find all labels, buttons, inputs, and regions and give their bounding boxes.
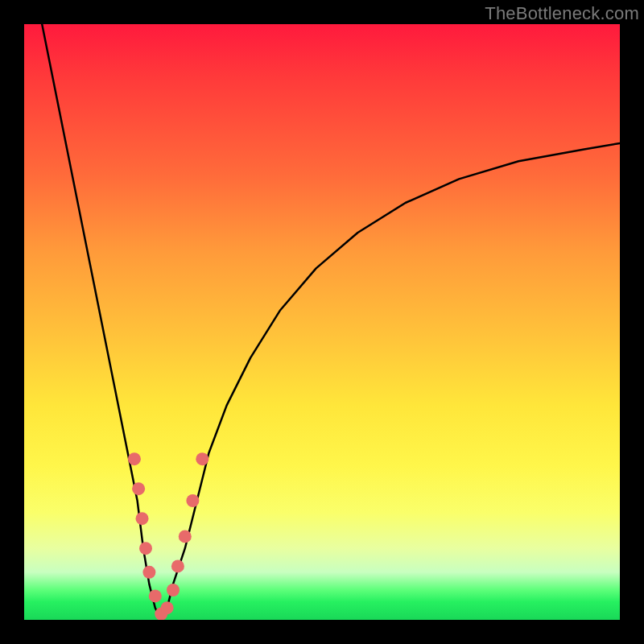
bottleneck-curve — [42, 24, 620, 620]
data-marker — [179, 530, 192, 543]
chart-frame: TheBottleneck.com — [0, 0, 644, 644]
data-marker — [196, 452, 208, 465]
data-marker — [167, 584, 180, 597]
watermark-text: TheBottleneck.com — [485, 3, 639, 24]
data-marker — [161, 601, 174, 614]
data-marker — [139, 542, 152, 555]
data-marker — [186, 494, 199, 507]
curve-layer — [24, 24, 620, 620]
data-marker — [149, 589, 162, 602]
data-marker — [142, 566, 155, 579]
data-marker — [132, 482, 145, 495]
plot-area — [24, 24, 620, 620]
data-marker — [128, 452, 141, 465]
data-marker — [136, 512, 149, 525]
data-marker — [171, 559, 184, 572]
